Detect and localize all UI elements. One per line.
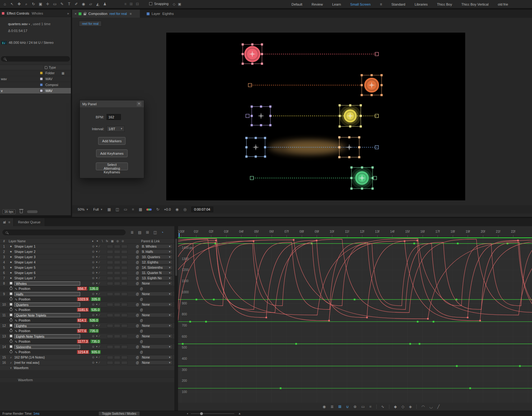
sixteenths-handle[interactable]	[361, 167, 363, 169]
eighth-note-triplets-handle[interactable]	[338, 146, 341, 149]
pick-whip-icon[interactable]: @	[134, 271, 140, 275]
shy-icon[interactable]: ∕	[99, 277, 100, 280]
solo-icon[interactable]: ✦	[96, 250, 98, 253]
position-y-value[interactable]: 735.0	[89, 329, 99, 333]
mode-cell[interactable]	[121, 292, 127, 296]
quarters-handle[interactable]	[360, 104, 362, 107]
quarter-note-triplets-handle[interactable]	[269, 124, 272, 126]
position-x-value[interactable]: 1323.9	[77, 297, 89, 301]
type-tool-icon[interactable]: T	[66, 0, 73, 8]
zoom-out-mountain-icon[interactable]: ▲	[186, 412, 189, 414]
tab-effect-controls[interactable]: Effect Controls	[7, 11, 29, 15]
eighth-note-triplets-handle[interactable]	[358, 146, 360, 149]
keyframe[interactable]	[182, 343, 183, 345]
pick-whip-icon[interactable]: @	[134, 313, 140, 317]
parent-link-select[interactable]: 10. Quarters▼	[140, 255, 172, 259]
stopwatch-icon[interactable]	[8, 319, 14, 322]
shy-icon[interactable]: ∕	[99, 271, 100, 274]
wholes-handle[interactable]	[242, 53, 244, 55]
graph-include-icon[interactable]: ∿	[14, 297, 19, 301]
sixteenths-handle[interactable]	[351, 167, 353, 169]
shape-tool-icon[interactable]: ▭	[51, 0, 58, 8]
halfs-handle[interactable]	[381, 74, 383, 76]
shy-icon[interactable]: ∕	[99, 261, 100, 264]
mode-cell[interactable]	[121, 324, 127, 327]
pick-whip-icon[interactable]: @	[134, 292, 140, 296]
layer-name[interactable]: Shape Layer 2	[14, 250, 92, 254]
snap-icon[interactable]: ∪	[346, 405, 349, 409]
mode-cell[interactable]	[121, 250, 127, 254]
eighth-note-triplets-handle[interactable]	[348, 156, 351, 158]
parent-link-select[interactable]: None▼	[140, 355, 172, 359]
sixteenths-handle[interactable]	[361, 188, 363, 190]
lock-icon[interactable]: ⊙	[92, 261, 94, 264]
shy-icon[interactable]: ∕	[99, 324, 100, 327]
pick-whip-icon[interactable]: @	[134, 324, 140, 327]
pick-whip-icon[interactable]: @	[134, 335, 140, 338]
mode-cell[interactable]	[121, 356, 127, 359]
solo-icon[interactable]: ✦	[96, 245, 98, 248]
pick-whip-icon[interactable]: @	[134, 261, 140, 264]
project-item-row[interactable]: Folder▦	[0, 70, 71, 76]
lock-icon[interactable]: ⊙	[92, 266, 94, 269]
shy-icon[interactable]: ∕	[99, 361, 100, 364]
layer-row-shape-layer-4[interactable]: 4★Shape Layer 4⊙✦∕@12. Eighths▼	[0, 260, 174, 265]
x-curve[interactable]	[178, 241, 532, 321]
layer-row-shape-layer-2[interactable]: 2★Shape Layer 2⊙✦∕@9. Halfs▼	[0, 249, 174, 254]
project-search-input[interactable]	[1, 56, 70, 62]
mode-cell[interactable]	[121, 303, 127, 306]
layer-name[interactable]: Shape Layer 5	[14, 266, 92, 269]
mode-cell[interactable]	[107, 255, 113, 259]
add-keyframe-icon[interactable]: ◇	[401, 405, 404, 409]
hand-tool-icon[interactable]: ✥	[16, 0, 23, 8]
quarter-note-triplets-handle[interactable]	[251, 115, 253, 117]
layer-name[interactable]: Wholes	[14, 281, 92, 286]
layer-row-shape-layer-1[interactable]: 1★Shape Layer 1⊙✦∕@8. Wholes▼	[0, 244, 174, 249]
layer-row-shape-layer-5[interactable]: 5★Shape Layer 5⊙✦∕@14. Sixteenths▼	[0, 265, 174, 270]
reset-exposure-icon[interactable]: ↻	[156, 207, 159, 212]
snap-shape-icon[interactable]: ◇	[173, 2, 175, 6]
pick-whip-icon[interactable]: @	[138, 308, 144, 312]
transparency-grid-icon[interactable]: ▩	[139, 207, 142, 212]
keyframe[interactable]	[419, 343, 420, 345]
composition-mini-flowchart-icon[interactable]: ≣	[131, 230, 134, 235]
position-x-value[interactable]: 1214.8	[77, 350, 89, 354]
position-y-value[interactable]: 535.0	[90, 308, 100, 312]
workspace-thicc-boy[interactable]: Thicc Boy	[437, 2, 452, 6]
parent-link-select[interactable]: None▼	[140, 360, 172, 365]
position-y-value[interactable]: 935.0	[91, 350, 101, 354]
pick-whip-icon[interactable]: @	[138, 350, 144, 354]
mode-cell[interactable]	[107, 292, 113, 296]
mode-cell[interactable]	[114, 303, 120, 306]
interval-select[interactable]: 1/8T ▼	[107, 126, 125, 132]
mode-cell[interactable]	[121, 345, 127, 349]
mode-cell[interactable]	[121, 282, 127, 285]
my-panel-titlebar[interactable]: My Panel ✕	[80, 100, 144, 108]
layer-row-shape-layer-3[interactable]: 3★Shape Layer 3⊙✦∕@10. Quarters▼	[0, 254, 174, 260]
solo-icon[interactable]: ✦	[96, 345, 98, 348]
parent-link-select[interactable]: 11. Quarter N▼	[140, 271, 172, 275]
graph-include-icon[interactable]: ∿	[14, 340, 19, 343]
shy-icon[interactable]: ∕	[99, 356, 100, 359]
solo-icon[interactable]: ✦	[96, 255, 98, 258]
mode-cell[interactable]	[114, 345, 120, 349]
position-property-row-eighths[interactable]: ∿Position577.6, 735.0@	[0, 328, 174, 334]
property-name[interactable]: Position	[19, 350, 77, 354]
mode-cell[interactable]	[107, 245, 113, 248]
keyframe[interactable]	[479, 320, 481, 322]
layer-row-eighths[interactable]: 12Eighths⊙✦∕@None▼	[0, 323, 174, 328]
layer-row-sixteenths[interactable]: 14Sixteenths⊙✦∕@None▼	[0, 344, 174, 350]
snapshot-camera-icon[interactable]: ◉	[176, 207, 179, 212]
lock-icon[interactable]: ⊙	[92, 255, 94, 258]
fit-selection-icon[interactable]: ▭	[361, 405, 365, 409]
null-checkbox-icon[interactable]	[10, 303, 12, 306]
graph-include-icon[interactable]: ∿	[14, 350, 19, 354]
workspace-thicc-boy-vertical[interactable]: Thicc Boy Vertical	[461, 2, 488, 6]
footage-name[interactable]: quarters.wav	[8, 22, 28, 26]
quarters-handle[interactable]	[339, 126, 341, 128]
eighth-note-triplets-handle[interactable]	[338, 156, 341, 158]
eighth-note-triplets-handle[interactable]	[338, 136, 341, 139]
quarters-handle[interactable]	[349, 104, 351, 107]
mode-cell[interactable]	[107, 335, 113, 338]
eraser-tool-icon[interactable]: ▱	[87, 0, 94, 8]
